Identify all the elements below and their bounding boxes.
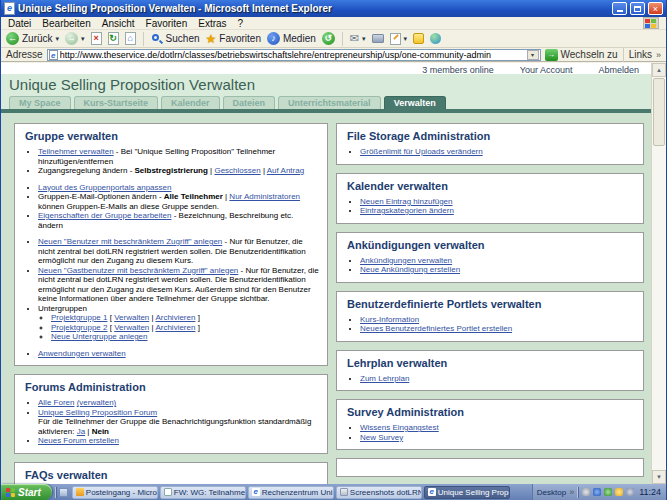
kurs-information-link[interactable]: Kurs-Information bbox=[360, 315, 419, 324]
scrollbar-thumb[interactable] bbox=[653, 78, 665, 146]
tab-kalender[interactable]: Kalender bbox=[161, 96, 220, 109]
neue-ankuendigung-link[interactable]: Neue Ankündigung erstellen bbox=[360, 265, 460, 274]
edit-button[interactable]: ▾ bbox=[390, 33, 408, 45]
nur-administratoren-link[interactable]: Nur Administratoren bbox=[229, 192, 300, 201]
anwendungen-verwalten-link[interactable]: Anwendungen verwalten bbox=[38, 349, 126, 358]
tab-verwalten[interactable]: Verwalten bbox=[384, 96, 446, 109]
forward-button[interactable]: → ▾ bbox=[65, 32, 85, 45]
wissens-eingangstest-link[interactable]: Wissens Eingangstest bbox=[360, 423, 439, 432]
home-button[interactable]: ⌂ bbox=[125, 32, 136, 45]
task-posteingang[interactable]: Posteingang - Micros... bbox=[72, 486, 158, 499]
tray-icon-2[interactable] bbox=[593, 488, 601, 496]
tray-icon-3[interactable] bbox=[604, 488, 612, 496]
logout-link[interactable]: Abmelden bbox=[598, 65, 639, 75]
outlook-icon bbox=[76, 488, 84, 496]
members-online-link[interactable]: 3 members online bbox=[422, 65, 494, 75]
tab-kurs-startseite[interactable]: Kurs-Startseite bbox=[74, 96, 159, 109]
tab-dateien[interactable]: Dateien bbox=[223, 96, 276, 109]
edit-dropdown-icon[interactable]: ▾ bbox=[404, 35, 408, 43]
scroll-down-button[interactable]: ▼ bbox=[652, 470, 666, 484]
search-button[interactable]: Suchen bbox=[151, 33, 200, 45]
benachrichtigung-ja-link[interactable]: Ja bbox=[77, 427, 85, 436]
menu-ansicht[interactable]: Ansicht bbox=[102, 18, 135, 29]
geschlossen-link[interactable]: Geschlossen bbox=[214, 166, 260, 175]
task-rechenzentrum[interactable]: e Rechenzentrum Uni K... bbox=[248, 486, 334, 499]
toolbar-separator bbox=[143, 32, 144, 46]
zum-lehrplan-link[interactable]: Zum Lehrplan bbox=[360, 374, 409, 383]
projektgruppe-1-verwalten-link[interactable]: Verwalten bbox=[114, 313, 149, 322]
address-field[interactable]: e ▾ bbox=[47, 49, 541, 61]
quick-launch-icon[interactable] bbox=[59, 488, 68, 497]
links-toolbar-label[interactable]: Links bbox=[629, 49, 652, 60]
tray-icon-1[interactable] bbox=[582, 488, 590, 496]
address-input[interactable] bbox=[60, 50, 525, 60]
tab-unterrichtsmaterial[interactable]: Unterrichtsmaterial bbox=[278, 96, 381, 109]
desktop-toolbar-label[interactable]: Desktop bbox=[537, 488, 566, 497]
print-button[interactable] bbox=[372, 34, 384, 43]
history-button[interactable]: ↺ bbox=[322, 32, 335, 45]
task-teilnahme-mail[interactable]: FW: WG: Teilnahme v... bbox=[160, 486, 246, 499]
mail-dropdown-icon[interactable]: ▾ bbox=[362, 35, 366, 43]
address-dropdown-icon[interactable]: ▾ bbox=[527, 50, 539, 60]
vertical-scrollbar[interactable]: ▲ ▼ bbox=[651, 63, 666, 484]
auf-antrag-link[interactable]: Auf Antrag bbox=[267, 166, 304, 175]
tray-icon-4[interactable] bbox=[615, 488, 623, 496]
task-label: Posteingang - Micros... bbox=[86, 488, 158, 497]
task-screenshots[interactable]: Screenshots dotLRN... bbox=[336, 486, 422, 499]
taskbar-clock: 11:24 bbox=[639, 487, 661, 497]
list-item: Projektgruppe 1 [ Verwalten | Archiviere… bbox=[51, 313, 319, 323]
eigenschaften-bearbeiten-link[interactable]: Eigenschaften der Gruppe bearbeiten bbox=[38, 211, 171, 220]
refresh-button[interactable]: ↻ bbox=[108, 32, 119, 45]
back-dropdown-icon[interactable]: ▾ bbox=[56, 35, 60, 43]
your-account-link[interactable]: Your Account bbox=[520, 65, 573, 75]
tray-icon-5[interactable] bbox=[626, 488, 634, 496]
scroll-up-button[interactable]: ▲ bbox=[652, 63, 666, 77]
links-chevron-icon[interactable]: » bbox=[656, 50, 661, 60]
favorites-button[interactable]: ★ Favoriten bbox=[206, 33, 261, 45]
neuer-eintrag-link[interactable]: Neuen Eintrag hinzufügen bbox=[360, 197, 453, 206]
start-button[interactable]: Start bbox=[1, 484, 52, 500]
task-unique-selling-proposition[interactable]: e Unique Selling Propos... bbox=[424, 486, 510, 499]
taskbar-grip[interactable] bbox=[55, 487, 57, 498]
tray-chevron-icon[interactable]: » bbox=[569, 487, 574, 497]
tab-my-space[interactable]: My Space bbox=[9, 96, 71, 109]
neue-untergruppe-link[interactable]: Neue Untergruppe anlegen bbox=[51, 332, 148, 341]
edit-icon bbox=[390, 33, 401, 45]
forward-dropdown-icon[interactable]: ▾ bbox=[81, 35, 85, 43]
upload-limit-link[interactable]: Größenlimit für Uploads verändern bbox=[360, 147, 483, 156]
neues-forum-link[interactable]: Neues Forum erstellen bbox=[38, 436, 119, 445]
alle-foren-link[interactable]: Alle Foren bbox=[38, 398, 74, 407]
projektgruppe-1-link[interactable]: Projektgruppe 1 bbox=[51, 313, 107, 322]
ankuendigungen-verwalten-link[interactable]: Ankündigungen verwalten bbox=[360, 256, 452, 265]
menu-favoriten[interactable]: Favoriten bbox=[146, 18, 188, 29]
new-survey-link[interactable]: New Survey bbox=[360, 433, 403, 442]
neues-portlet-link[interactable]: Neues Benutzerdefiniertes Portlet erstel… bbox=[360, 324, 512, 333]
projektgruppe-1-archivieren-link[interactable]: Archivieren bbox=[155, 313, 195, 322]
restore-button[interactable] bbox=[630, 2, 645, 15]
go-button[interactable]: → Wechseln zu bbox=[545, 49, 618, 61]
layout-anpassen-link[interactable]: Layout des Gruppenportals anpassen bbox=[38, 183, 171, 192]
close-button[interactable]: × bbox=[648, 2, 663, 15]
menu-extras[interactable]: Extras bbox=[198, 18, 226, 29]
projektgruppe-2-link[interactable]: Projektgruppe 2 bbox=[51, 323, 107, 332]
projektgruppe-2-archivieren-link[interactable]: Archivieren bbox=[155, 323, 195, 332]
alle-foren-verwalten-link[interactable]: (verwalten) bbox=[77, 398, 117, 407]
menu-datei[interactable]: Datei bbox=[8, 18, 31, 29]
media-button[interactable]: ♪ Medien bbox=[267, 32, 316, 45]
usp-forum-link[interactable]: Unique Selling Proposition Forum bbox=[38, 408, 157, 417]
neuer-gastbenutzer-link[interactable]: Neuen "Gastbenutzer mit beschränktem Zug… bbox=[38, 266, 238, 275]
menu-hilfe[interactable]: ? bbox=[238, 18, 244, 29]
mail-button[interactable]: ✉ ▾ bbox=[350, 33, 366, 44]
teilnehmer-verwalten-link[interactable]: Teilnehmer verwalten bbox=[38, 147, 114, 156]
projektgruppe-2-verwalten-link[interactable]: Verwalten bbox=[114, 323, 149, 332]
minimize-button[interactable] bbox=[612, 2, 627, 15]
neuer-benutzer-link[interactable]: Neuen "Benutzer mit beschränktem Zugriff… bbox=[38, 237, 222, 246]
eintragskategorien-link[interactable]: Eintragskategorien ändern bbox=[360, 206, 454, 215]
item-text: Zugangsregelung ändern - bbox=[38, 166, 135, 175]
back-button[interactable]: ← Zurück ▾ bbox=[6, 32, 59, 45]
stop-button[interactable]: × bbox=[91, 32, 102, 45]
close-icon: × bbox=[653, 4, 658, 14]
menu-bearbeiten[interactable]: Bearbeiten bbox=[42, 18, 90, 29]
messenger-button[interactable] bbox=[430, 33, 441, 44]
discuss-button[interactable] bbox=[413, 33, 424, 44]
